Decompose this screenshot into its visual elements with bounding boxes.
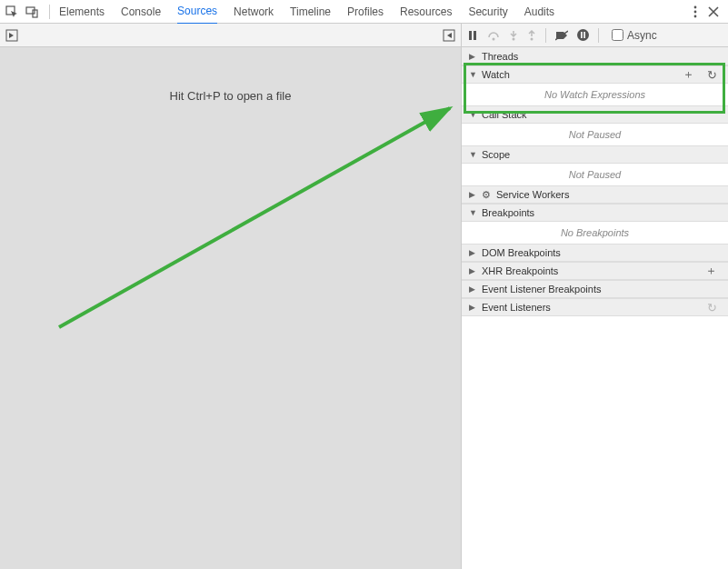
step-out-icon[interactable] — [527, 30, 536, 41]
editor-empty-hint: Hit Ctrl+P to open a file — [0, 47, 461, 103]
svg-rect-15 — [583, 32, 585, 38]
section-callstack[interactable]: ▼ Call Stack — [462, 105, 728, 124]
callstack-empty: Not Paused — [462, 124, 728, 145]
svg-point-11 — [513, 37, 515, 40]
chevron-right-icon: ▶ — [469, 52, 476, 61]
step-into-icon[interactable] — [509, 30, 518, 41]
section-label: Breakpoints — [482, 207, 721, 218]
scope-empty: Not Paused — [462, 164, 728, 185]
svg-rect-9 — [474, 31, 476, 40]
section-xhr-breakpoints[interactable]: ▶ XHR Breakpoints ＋ — [462, 262, 728, 280]
async-checkbox-wrap[interactable]: Async — [608, 29, 657, 42]
chevron-right-icon: ▶ — [469, 248, 476, 257]
svg-point-10 — [493, 37, 495, 40]
tab-resources[interactable]: Resources — [400, 0, 452, 24]
svg-rect-14 — [581, 32, 583, 38]
show-debugger-icon[interactable] — [443, 29, 455, 42]
chevron-right-icon: ▶ — [469, 284, 476, 294]
svg-point-12 — [531, 37, 534, 40]
tab-sources[interactable]: Sources — [177, 0, 217, 25]
chevron-down-icon: ▼ — [469, 70, 476, 79]
tab-network[interactable]: Network — [234, 0, 274, 24]
show-navigator-icon[interactable] — [5, 29, 18, 42]
refresh-event-listeners-icon[interactable]: ↻ — [703, 301, 721, 314]
pause-on-exceptions-icon[interactable] — [577, 29, 589, 41]
chevron-right-icon: ▶ — [469, 266, 476, 275]
section-event-listener-breakpoints[interactable]: ▶ Event Listener Breakpoints — [462, 280, 728, 298]
section-label: Threads — [482, 51, 721, 62]
pause-icon[interactable] — [467, 30, 478, 41]
watch-empty: No Watch Expressions — [462, 84, 728, 105]
svg-point-5 — [694, 15, 697, 17]
section-label: Call Stack — [482, 109, 721, 120]
section-dom-breakpoints[interactable]: ▶ DOM Breakpoints — [462, 244, 728, 262]
divider — [598, 28, 599, 43]
kebab-menu-icon[interactable] — [693, 5, 697, 18]
tab-audits[interactable]: Audits — [524, 0, 554, 24]
gear-icon: ⚙ — [482, 189, 491, 201]
section-label: Service Workers — [496, 189, 721, 200]
async-label: Async — [627, 29, 657, 42]
section-label: Event Listeners — [482, 302, 698, 313]
tab-console[interactable]: Console — [121, 0, 161, 24]
close-icon[interactable] — [708, 6, 719, 17]
section-scope[interactable]: ▼ Scope — [462, 145, 728, 164]
editor-body: Hit Ctrl+P to open a file — [0, 47, 461, 569]
chevron-right-icon: ▶ — [469, 190, 476, 199]
chevron-down-icon: ▼ — [469, 208, 476, 217]
deactivate-breakpoints-icon[interactable] — [555, 30, 568, 41]
breakpoints-empty: No Breakpoints — [462, 222, 728, 244]
divider — [545, 28, 546, 43]
sources-panel: Hit Ctrl+P to open a file — [0, 24, 728, 569]
async-checkbox[interactable] — [612, 29, 623, 41]
svg-rect-8 — [469, 31, 472, 40]
devtools-tabs: Elements Console Sources Network Timelin… — [55, 0, 684, 24]
inspect-element-icon[interactable] — [5, 5, 18, 18]
tab-timeline[interactable]: Timeline — [290, 0, 331, 24]
svg-point-3 — [694, 5, 697, 8]
section-label: Scope — [482, 149, 721, 160]
section-breakpoints[interactable]: ▼ Breakpoints — [462, 204, 728, 222]
section-threads[interactable]: ▶ Threads — [462, 47, 728, 65]
section-event-listeners[interactable]: ▶ Event Listeners ↻ — [462, 298, 728, 316]
debugger-pane: Async ▶ Threads ▼ Watch ＋ ↻ No Watch Exp… — [462, 24, 728, 569]
devtools-tab-strip: Elements Console Sources Network Timelin… — [0, 0, 728, 24]
device-toolbar-icon[interactable] — [25, 5, 38, 18]
debugger-toolbar: Async — [462, 24, 728, 47]
chevron-down-icon: ▼ — [469, 150, 476, 159]
add-xhr-breakpoint-icon[interactable]: ＋ — [702, 263, 721, 279]
tab-profiles[interactable]: Profiles — [347, 0, 384, 24]
section-label: DOM Breakpoints — [482, 247, 721, 258]
section-watch[interactable]: ▼ Watch ＋ ↻ — [462, 65, 728, 84]
editor-pane: Hit Ctrl+P to open a file — [0, 24, 462, 569]
tab-elements[interactable]: Elements — [59, 0, 105, 24]
section-service-workers[interactable]: ▶ ⚙ Service Workers — [462, 185, 728, 204]
section-label: Watch — [482, 69, 673, 80]
add-watch-icon[interactable]: ＋ — [679, 66, 698, 83]
divider — [49, 5, 50, 19]
svg-point-4 — [694, 10, 697, 13]
refresh-watch-icon[interactable]: ↻ — [703, 68, 721, 82]
section-label: Event Listener Breakpoints — [482, 284, 721, 294]
chevron-down-icon: ▼ — [469, 110, 476, 119]
step-over-icon[interactable] — [487, 30, 500, 41]
tab-security[interactable]: Security — [468, 0, 507, 24]
chevron-right-icon: ▶ — [469, 303, 476, 312]
section-label: XHR Breakpoints — [482, 265, 696, 276]
